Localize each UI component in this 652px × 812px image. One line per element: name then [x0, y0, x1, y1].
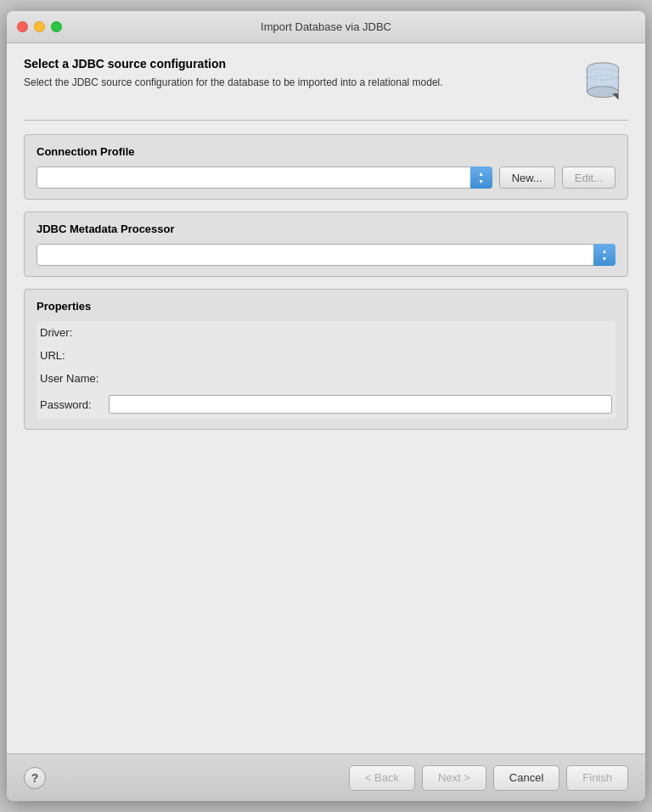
traffic-lights: [17, 21, 62, 32]
properties-section: Properties Driver: URL: User Name: Passw…: [24, 289, 628, 430]
close-button[interactable]: [17, 21, 28, 32]
next-button[interactable]: Next >: [422, 765, 486, 791]
password-input[interactable]: [109, 395, 612, 414]
page-title: Select a JDBC source configuration: [24, 57, 569, 70]
help-button[interactable]: ?: [24, 767, 46, 789]
properties-grid: Driver: URL: User Name: Password:: [37, 321, 615, 419]
password-label: Password:: [37, 393, 105, 416]
page-header: Select a JDBC source configuration Selec…: [24, 57, 628, 121]
connection-profile-select[interactable]: [37, 166, 492, 189]
content-area: Select a JDBC source configuration Selec…: [7, 43, 645, 753]
back-button[interactable]: < Back: [349, 765, 415, 791]
processor-select-wrapper: [37, 244, 615, 266]
driver-value: [105, 328, 615, 338]
url-value: [105, 351, 615, 361]
header-text: Select a JDBC source configuration Selec…: [24, 57, 569, 90]
connection-profile-label: Connection Profile: [37, 145, 615, 158]
processor-select[interactable]: [37, 244, 615, 266]
connection-profile-section: Connection Profile New... Edit...: [24, 134, 628, 200]
title-bar: Import Database via JDBC: [7, 11, 645, 43]
cancel-button[interactable]: Cancel: [493, 765, 559, 791]
page-description: Select the JDBC source configuration for…: [24, 76, 516, 90]
main-window: Import Database via JDBC Select a JDBC s…: [7, 11, 645, 801]
svg-point-2: [587, 87, 618, 98]
window-title: Import Database via JDBC: [261, 20, 391, 33]
password-field-wrapper: [105, 390, 615, 419]
bottom-bar: ? < Back Next > Cancel Finish: [7, 753, 645, 801]
database-icon: [577, 57, 628, 108]
username-label: User Name:: [37, 367, 105, 390]
finish-button[interactable]: Finish: [566, 765, 628, 791]
connection-profile-row: New... Edit...: [37, 166, 615, 189]
new-button[interactable]: New...: [499, 166, 555, 189]
driver-label: Driver:: [37, 321, 105, 344]
minimize-button[interactable]: [34, 21, 45, 32]
bottom-buttons: < Back Next > Cancel Finish: [349, 765, 628, 791]
url-label: URL:: [37, 344, 105, 367]
jdbc-metadata-label: JDBC Metadata Processor: [37, 223, 615, 235]
jdbc-metadata-section: JDBC Metadata Processor: [24, 211, 628, 277]
properties-label: Properties: [37, 300, 615, 313]
connection-profile-select-wrapper: [37, 166, 492, 189]
edit-button[interactable]: Edit...: [562, 166, 615, 189]
username-value: [105, 374, 615, 384]
maximize-button[interactable]: [51, 21, 62, 32]
bottom-left: ?: [24, 767, 349, 789]
